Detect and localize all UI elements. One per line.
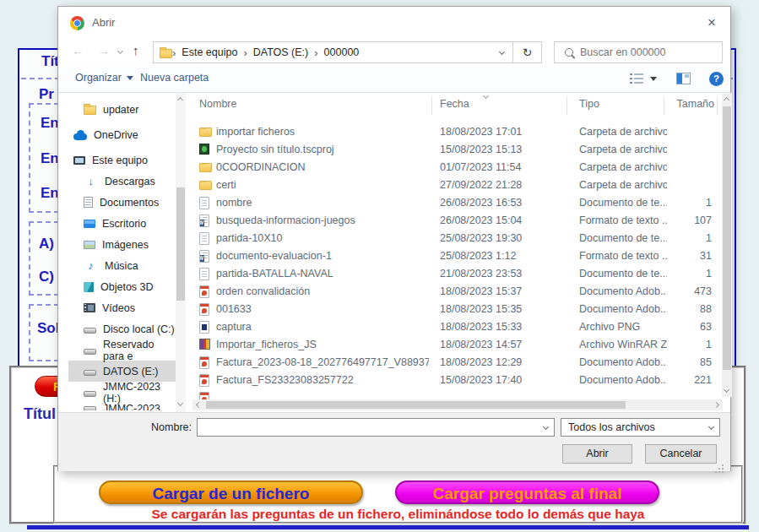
sidebar-item[interactable]: Documentos xyxy=(68,192,176,213)
breadcrumb-item-este-equipo[interactable]: Este equipo xyxy=(176,46,243,58)
file-row[interactable]: Factura_2023-08-18_202776497717_V889376.… xyxy=(192,354,723,372)
recent-locations-chevron-icon[interactable] xyxy=(117,48,123,54)
sidebar-item[interactable]: Disco local (C:) xyxy=(68,318,176,339)
cancel-button[interactable]: Cancelar xyxy=(645,444,717,464)
file-date: 25/08/2023 1:12 xyxy=(440,250,571,262)
search-input[interactable] xyxy=(578,46,722,59)
file-date: 18/08/2023 14:57 xyxy=(440,339,571,350)
sidebar-scrollbar[interactable] xyxy=(176,93,186,412)
file-row[interactable]: busqueda-informacion-juegos26/08/2023 15… xyxy=(192,212,723,230)
back-icon[interactable]: ← xyxy=(72,43,84,57)
file-size: 88 xyxy=(648,303,712,315)
sidebar-item[interactable]: Este equipo xyxy=(68,149,176,171)
sidebar-item[interactable]: JMMC-2023 (H:) xyxy=(68,403,176,410)
filename-input[interactable] xyxy=(201,420,534,433)
sidebar-item[interactable]: OneDrive xyxy=(68,124,176,145)
worddoc-icon xyxy=(199,250,209,263)
sidebar-scrollbar-thumb[interactable] xyxy=(176,187,185,301)
scroll-left-icon[interactable] xyxy=(196,402,202,408)
file-row[interactable]: Proyecto sin título.tscproj15/08/2023 15… xyxy=(192,141,723,159)
drive-icon xyxy=(84,406,96,410)
sidebar-item[interactable]: DATOS (E:) xyxy=(68,361,176,382)
drive-icon xyxy=(84,328,96,334)
scroll-up-icon[interactable] xyxy=(724,97,729,103)
address-dropdown-chevron-icon[interactable] xyxy=(499,48,505,54)
file-row[interactable]: importar ficheros18/08/2023 17:01Carpeta… xyxy=(192,123,723,141)
vscrollbar-thumb[interactable] xyxy=(723,106,731,370)
filetype-value: Todos los archivos xyxy=(568,421,655,433)
sort-chevron-icon xyxy=(483,93,489,99)
hscrollbar-thumb[interactable] xyxy=(206,401,626,409)
file-list-hscrollbar[interactable] xyxy=(192,399,723,410)
scroll-down-icon[interactable] xyxy=(724,387,729,393)
sidebar-item[interactable]: Imágenes xyxy=(68,234,176,255)
file-date: 01/07/2023 11:54 xyxy=(440,161,571,173)
sidebar-item-label: Disco local (C:) xyxy=(103,323,175,335)
sidebar-item-label: DATOS (E:) xyxy=(103,366,159,377)
dialog-titlebar[interactable]: Abrir × xyxy=(58,7,730,39)
load-from-file-button[interactable]: Cargar de un fichero xyxy=(99,480,363,504)
music-icon xyxy=(84,259,98,272)
file-list-panel: Nombre Fecha Tipo Tamaño importar ficher… xyxy=(192,93,732,412)
sidebar-item[interactable]: updater xyxy=(68,99,176,120)
file-row[interactable]: captura18/08/2023 15:33Archivo PNG63 xyxy=(192,318,723,336)
load-append-button[interactable]: Cargar preguntas al final xyxy=(395,480,659,504)
column-header-fecha[interactable]: Fecha xyxy=(440,98,469,110)
png-icon xyxy=(199,321,209,334)
open-button[interactable]: Abrir xyxy=(562,444,632,464)
refresh-button[interactable]: ↻ xyxy=(513,41,542,63)
file-row[interactable]: nombre26/08/2023 16:53Documento de te...… xyxy=(192,194,723,212)
textdoc-icon xyxy=(199,197,209,209)
up-icon[interactable]: ↑ xyxy=(133,43,139,57)
file-row[interactable]: 0COORDINACION01/07/2023 11:54Carpeta de … xyxy=(192,159,723,176)
sidebar-item[interactable]: Objetos 3D xyxy=(68,276,176,297)
file-row[interactable]: partida-BATALLA-NAVAL21/08/2023 23:53Doc… xyxy=(192,265,723,283)
file-row[interactable]: certi27/09/2022 21:28Carpeta de archivos xyxy=(192,176,723,194)
preview-pane-icon[interactable] xyxy=(676,73,691,84)
breadcrumb-item-datos[interactable]: DATOS (E:) xyxy=(247,46,315,58)
resize-grip[interactable] xyxy=(722,464,724,466)
close-icon[interactable]: × xyxy=(702,13,722,33)
column-header-nombre[interactable]: Nombre xyxy=(199,98,236,110)
sidebar-item[interactable]: Vídeos xyxy=(68,297,176,318)
sidebar-item[interactable]: Reservado para e xyxy=(68,339,176,361)
computer-icon xyxy=(73,156,85,165)
filename-dropdown-chevron-icon[interactable] xyxy=(543,424,549,430)
file-date: 15/08/2023 17:40 xyxy=(440,374,571,386)
form-question-label: Pr xyxy=(39,86,54,103)
breadcrumb-item-000000[interactable]: 000000 xyxy=(318,46,366,58)
file-row[interactable]: documento-evaluacion-125/08/2023 1:12For… xyxy=(192,247,723,265)
forward-icon[interactable]: → xyxy=(97,43,110,57)
column-header-tipo[interactable]: Tipo xyxy=(579,98,599,110)
scroll-up-icon[interactable] xyxy=(177,97,183,103)
file-row[interactable]: Factura_FS2332308325772215/08/2023 17:40… xyxy=(192,372,723,389)
sidebar-item[interactable]: JMMC-2023 (H:) xyxy=(68,382,176,403)
new-folder-button[interactable]: Nueva carpeta xyxy=(140,72,209,84)
file-row[interactable]: 00163318/08/2023 15:35Documento Adob...8… xyxy=(192,301,723,318)
column-header-tamano[interactable]: Tamaño xyxy=(651,98,714,110)
organize-button[interactable]: Organizar xyxy=(75,72,133,84)
sidebar-item[interactable]: Descargas xyxy=(68,171,176,192)
sidebar-item[interactable]: Escritorio xyxy=(68,213,176,234)
details-view-icon[interactable] xyxy=(630,73,643,84)
file-row-partial[interactable] xyxy=(192,389,723,399)
file-name: partida-BATALLA-NAVAL xyxy=(216,268,429,280)
file-row[interactable]: Importar_ficheros_JS18/08/2023 14:57Arch… xyxy=(192,336,723,354)
dialog-footer: Nombre: Todos los archivos Abrir Cancela… xyxy=(58,412,730,471)
file-name: 001633 xyxy=(216,303,429,315)
help-icon[interactable]: ? xyxy=(709,72,724,86)
worddoc-icon xyxy=(199,214,209,227)
organize-caret-icon xyxy=(127,76,133,80)
sidebar-item-label: Vídeos xyxy=(102,302,135,314)
file-date: 18/08/2023 17:01 xyxy=(440,126,571,138)
scroll-right-icon[interactable] xyxy=(713,402,719,408)
file-row[interactable]: orden convalidación18/08/2023 15:37Docum… xyxy=(192,283,723,301)
file-list-vscrollbar[interactable] xyxy=(722,93,732,397)
scroll-down-icon[interactable] xyxy=(177,400,183,406)
file-row[interactable]: partida-10X1025/08/2023 19:30Documento d… xyxy=(192,230,723,247)
file-name: busqueda-informacion-juegos xyxy=(216,214,429,226)
sidebar-item[interactable]: Música xyxy=(68,255,176,276)
filetype-dropdown[interactable]: Todos los archivos xyxy=(561,418,720,437)
view-options-caret-icon[interactable] xyxy=(650,77,657,81)
onedrive-icon xyxy=(73,133,87,140)
